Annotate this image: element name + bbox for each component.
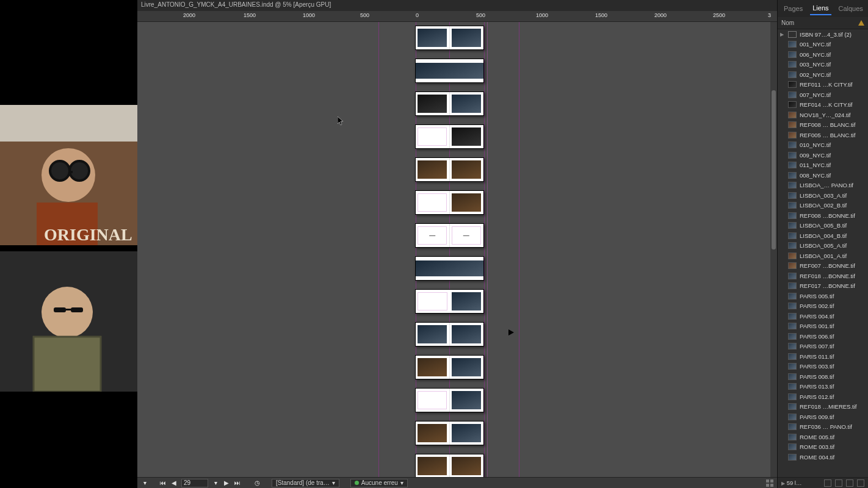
link-row[interactable]: PARIS 008.tif: [778, 371, 868, 382]
layout-preset-dropdown[interactable]: [Standard] (de tra… ▾: [272, 479, 339, 487]
page-thumbnail[interactable]: [418, 358, 447, 376]
link-row[interactable]: ROME 005.tif: [778, 432, 868, 442]
page-spread[interactable]: [415, 92, 484, 116]
page-thumbnail[interactable]: [416, 260, 483, 277]
preflight-icon[interactable]: ◷: [253, 479, 261, 486]
page-spread[interactable]: [415, 355, 484, 379]
page-spread[interactable]: [415, 190, 484, 215]
screen-mode-icon[interactable]: [766, 479, 773, 487]
tab-links[interactable]: Liens: [810, 2, 831, 15]
link-row[interactable]: PARIS 012.tif: [778, 392, 868, 402]
page-thumbnail[interactable]: [418, 292, 447, 310]
link-row[interactable]: PARIS 011.tif: [778, 351, 868, 362]
link-row[interactable]: REF036 … PANO.tif: [778, 422, 868, 432]
links-list[interactable]: ▶ISBN 97…4_3.tif (2)001_NYC.tif006_NYC.t…: [778, 29, 868, 477]
link-row[interactable]: PARIS 003.tif: [778, 362, 868, 372]
link-row[interactable]: REF018 …BONNE.tif: [778, 271, 868, 281]
link-row[interactable]: LISBOA_005_A.tif: [778, 241, 868, 251]
page-spread[interactable]: [415, 59, 484, 83]
page-thumbnail[interactable]: [452, 193, 481, 212]
edit-original-icon[interactable]: [857, 479, 864, 487]
link-row[interactable]: ROME 003.tif: [778, 442, 868, 453]
page-spread[interactable]: [415, 421, 484, 445]
link-row[interactable]: 008_NYC.tif: [778, 170, 868, 181]
link-row[interactable]: NOV18_Y…_024.tif: [778, 110, 868, 120]
link-row[interactable]: LISBOA_002_B.tif: [778, 201, 868, 211]
page-thumbnail[interactable]: [418, 193, 447, 212]
page-thumbnail[interactable]: [452, 424, 481, 442]
page-thumbnail[interactable]: —: [452, 226, 481, 245]
vertical-scrollbar[interactable]: [770, 22, 777, 477]
horizontal-ruler[interactable]: 200015001000500050010001500200025003: [137, 11, 777, 22]
link-row[interactable]: 007_NYC.tif: [778, 90, 868, 100]
warning-icon[interactable]: [858, 20, 864, 26]
preflight-status[interactable]: Aucune erreu ▾: [350, 479, 408, 487]
scrollbar-thumb[interactable]: [772, 90, 776, 249]
page-spread[interactable]: [415, 26, 484, 50]
page-thumbnail[interactable]: [452, 160, 481, 179]
next-page-button[interactable]: ▶: [223, 479, 230, 486]
goto-link-icon[interactable]: [835, 479, 842, 487]
link-row[interactable]: REF011 …K CITY.tif: [778, 80, 868, 90]
zoom-dropdown-icon[interactable]: ▾: [141, 479, 148, 486]
link-row[interactable]: PARIS 005.tif: [778, 291, 868, 301]
link-row[interactable]: PARIS 007.tif: [778, 342, 868, 352]
update-link-icon[interactable]: [846, 479, 853, 487]
page-spread[interactable]: [415, 256, 484, 281]
page-spread[interactable]: [415, 454, 484, 478]
link-row[interactable]: 002_NYC.tif: [778, 70, 868, 80]
link-row[interactable]: LISBOA_… PANO.tif: [778, 181, 868, 191]
expand-icon[interactable]: ▶: [780, 32, 785, 37]
link-row[interactable]: ROME 004.tif: [778, 452, 868, 462]
link-row[interactable]: PARIS 006.tif: [778, 331, 868, 342]
page-thumbnail[interactable]: [418, 160, 447, 179]
page-spread[interactable]: [415, 388, 484, 412]
link-row[interactable]: LISBOA_004_B.tif: [778, 231, 868, 241]
link-row[interactable]: PARIS 013.tif: [778, 382, 868, 392]
page-thumbnail[interactable]: [418, 325, 447, 343]
page-thumbnail[interactable]: [452, 325, 481, 343]
page-spread[interactable]: ——: [415, 223, 484, 248]
page-thumbnail[interactable]: [418, 457, 447, 475]
link-row[interactable]: 003_NYC.tif: [778, 60, 868, 70]
page-thumbnail[interactable]: [452, 29, 481, 47]
page-spread[interactable]: [415, 124, 484, 149]
document-canvas[interactable]: ——: [137, 22, 777, 477]
link-row[interactable]: REF017 …BONNE.tif: [778, 281, 868, 292]
page-thumbnail[interactable]: [418, 424, 447, 442]
link-row[interactable]: REF008 …BONNE.tif: [778, 210, 868, 221]
page-thumbnail[interactable]: [416, 63, 483, 79]
tab-pages[interactable]: Pages: [781, 2, 805, 15]
expand-footer-icon[interactable]: ▶: [781, 481, 785, 486]
last-page-button[interactable]: ⏭: [234, 479, 241, 486]
link-row[interactable]: 006_NYC.tif: [778, 49, 868, 60]
page-thumbnail[interactable]: [418, 95, 447, 113]
page-spread[interactable]: [415, 289, 484, 314]
page-spread[interactable]: [415, 322, 484, 346]
first-page-button[interactable]: ⏮: [159, 479, 167, 486]
page-thumbnail[interactable]: [452, 457, 481, 475]
page-dropdown-icon[interactable]: ▾: [212, 479, 219, 486]
relink-icon[interactable]: [824, 479, 831, 487]
link-row[interactable]: 001_NYC.tif: [778, 40, 868, 50]
link-row[interactable]: PARIS 002.tif: [778, 301, 868, 312]
link-row[interactable]: ▶ISBN 97…4_3.tif (2): [778, 29, 868, 40]
page-thumbnail[interactable]: —: [418, 226, 447, 245]
link-row[interactable]: REF008 … BLANC.tif: [778, 120, 868, 131]
page-thumbnail[interactable]: [452, 127, 481, 146]
link-row[interactable]: REF007 …BONNE.tif: [778, 261, 868, 271]
link-row[interactable]: LISBOA_003_A.tif: [778, 190, 868, 201]
link-row[interactable]: 009_NYC.tif: [778, 150, 868, 160]
tab-layers[interactable]: Calques: [836, 2, 866, 15]
page-thumbnail[interactable]: [452, 391, 481, 409]
page-thumbnail[interactable]: [418, 127, 447, 146]
link-row[interactable]: 011_NYC.tif: [778, 160, 868, 171]
page-thumbnail[interactable]: [452, 358, 481, 376]
page-thumbnail[interactable]: [452, 292, 481, 310]
link-row[interactable]: REF014 …K CITY.tif: [778, 100, 868, 110]
page-number-input[interactable]: [181, 479, 208, 487]
link-row[interactable]: LISBOA_005_B.tif: [778, 221, 868, 231]
link-row[interactable]: PARIS 001.tif: [778, 321, 868, 332]
link-row[interactable]: 010_NYC.tif: [778, 140, 868, 151]
prev-page-button[interactable]: ◀: [170, 479, 178, 486]
